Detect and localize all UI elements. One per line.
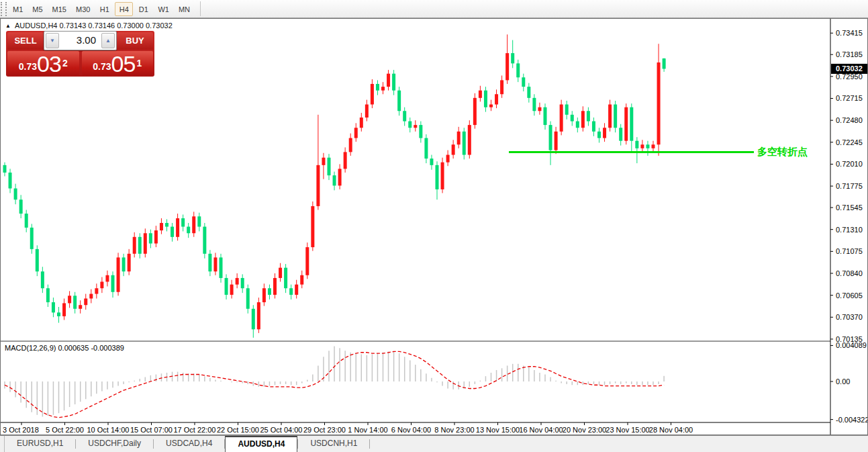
candle-body[interactable] [554, 132, 558, 150]
candle-body[interactable] [305, 247, 309, 275]
candle-body[interactable] [344, 152, 347, 169]
candle-body[interactable] [565, 105, 569, 115]
candle-body[interactable] [500, 80, 503, 94]
candle-body[interactable] [311, 206, 314, 247]
candle-body[interactable] [203, 227, 206, 254]
candle-body[interactable] [527, 87, 530, 98]
timeframe-button-d1[interactable]: D1 [134, 2, 152, 16]
candle-body[interactable] [452, 144, 455, 154]
candle-body[interactable] [392, 74, 395, 91]
candle-body[interactable] [479, 91, 482, 98]
sell-button[interactable]: SELL [7, 32, 44, 50]
volume-value[interactable]: 3.00 [60, 32, 100, 50]
candle-body[interactable] [128, 254, 131, 271]
chart-tab-usdchf[interactable]: USDCHF,Daily [76, 436, 153, 452]
candle-body[interactable] [89, 294, 93, 299]
candle-body[interactable] [252, 309, 255, 330]
candle-body[interactable] [576, 122, 579, 128]
candle-body[interactable] [408, 122, 412, 128]
candle-body[interactable] [273, 278, 277, 295]
candle-body[interactable] [316, 165, 320, 206]
buy-price-tile[interactable]: 0.73 05 1 [82, 51, 154, 75]
candle-body[interactable] [457, 132, 461, 144]
candle-body[interactable] [376, 84, 379, 91]
candle-body[interactable] [187, 227, 190, 234]
toolbar-grip[interactable] [1, 2, 7, 16]
candle-body[interactable] [208, 254, 211, 271]
candle-body[interactable] [468, 125, 471, 154]
candle-body[interactable] [463, 132, 466, 155]
candle-body[interactable] [338, 169, 342, 185]
candle-body[interactable] [105, 275, 109, 282]
candle-body[interactable] [41, 271, 44, 288]
candle-body[interactable] [608, 105, 612, 128]
candle-body[interactable] [262, 288, 266, 302]
volume-decrease-button[interactable]: ▼ [46, 33, 59, 48]
candle-body[interactable] [52, 302, 55, 312]
candle-body[interactable] [630, 107, 633, 141]
candle-body[interactable] [192, 216, 195, 233]
candle-body[interactable] [614, 105, 617, 128]
candle-body[interactable] [138, 237, 142, 254]
candle-body[interactable] [484, 91, 487, 107]
candle-body[interactable] [624, 107, 628, 141]
candle-body[interactable] [246, 288, 250, 309]
timeframe-button-m5[interactable]: M5 [28, 2, 46, 16]
candle-body[interactable] [597, 132, 601, 138]
candle-body[interactable] [635, 141, 638, 148]
candle-body[interactable] [181, 218, 185, 227]
candle-body[interactable] [95, 288, 98, 293]
candle-body[interactable] [489, 105, 493, 107]
candle-body[interactable] [354, 128, 358, 138]
candle-body[interactable] [360, 118, 363, 128]
candle-body[interactable] [333, 175, 336, 185]
sell-price-tile[interactable]: 0.73 03 2 [7, 51, 79, 75]
timeframe-button-m30[interactable]: M30 [72, 2, 94, 16]
candle-body[interactable] [14, 189, 17, 200]
candle-body[interactable] [160, 223, 163, 230]
volume-increase-button[interactable]: ▲ [101, 33, 115, 48]
candle-body[interactable] [144, 233, 147, 254]
candle-body[interactable] [100, 281, 103, 288]
candle-body[interactable] [295, 285, 298, 295]
candle-body[interactable] [225, 278, 228, 295]
candle-body[interactable] [268, 288, 271, 295]
candle-body[interactable] [505, 53, 509, 80]
candle-body[interactable] [111, 275, 115, 292]
candle-body[interactable] [397, 91, 401, 111]
candle-body[interactable] [430, 159, 433, 165]
candle-body[interactable] [197, 216, 201, 226]
timeframe-button-m1[interactable]: M1 [9, 2, 27, 16]
timeframe-button-mn[interactable]: MN [175, 2, 194, 16]
candle-body[interactable] [284, 268, 287, 289]
candle-body[interactable] [657, 62, 661, 144]
candle-body[interactable] [300, 275, 303, 285]
candle-body[interactable] [171, 227, 174, 237]
candle-body[interactable] [68, 296, 71, 303]
candle-body[interactable] [9, 173, 12, 189]
candle-body[interactable] [560, 105, 563, 132]
chart-tab-usdcad[interactable]: USDCAD,H4 [154, 436, 224, 452]
candle-body[interactable] [538, 107, 541, 111]
candle-body[interactable] [19, 199, 23, 214]
candle-body[interactable] [424, 138, 428, 159]
candle-body[interactable] [532, 98, 536, 111]
candle-body[interactable] [592, 122, 595, 132]
timeframe-button-m15[interactable]: M15 [48, 2, 70, 16]
candle-body[interactable] [154, 230, 158, 243]
candle-body[interactable] [322, 158, 325, 165]
candle-body[interactable] [371, 84, 374, 105]
candle-body[interactable] [403, 111, 406, 121]
candle-body[interactable] [473, 98, 477, 125]
candle-body[interactable] [57, 312, 60, 316]
candle-body[interactable] [581, 111, 585, 128]
candle-body[interactable] [279, 268, 282, 278]
candle-body[interactable] [549, 125, 552, 150]
candle-body[interactable] [122, 257, 126, 271]
candle-body[interactable] [133, 237, 136, 254]
candle-body[interactable] [349, 138, 352, 152]
candle-body[interactable] [62, 303, 66, 316]
candle-body[interactable] [36, 249, 39, 271]
chart-tab-usdcnh[interactable]: USDCNH,H1 [298, 436, 369, 452]
candle-body[interactable] [236, 278, 239, 285]
